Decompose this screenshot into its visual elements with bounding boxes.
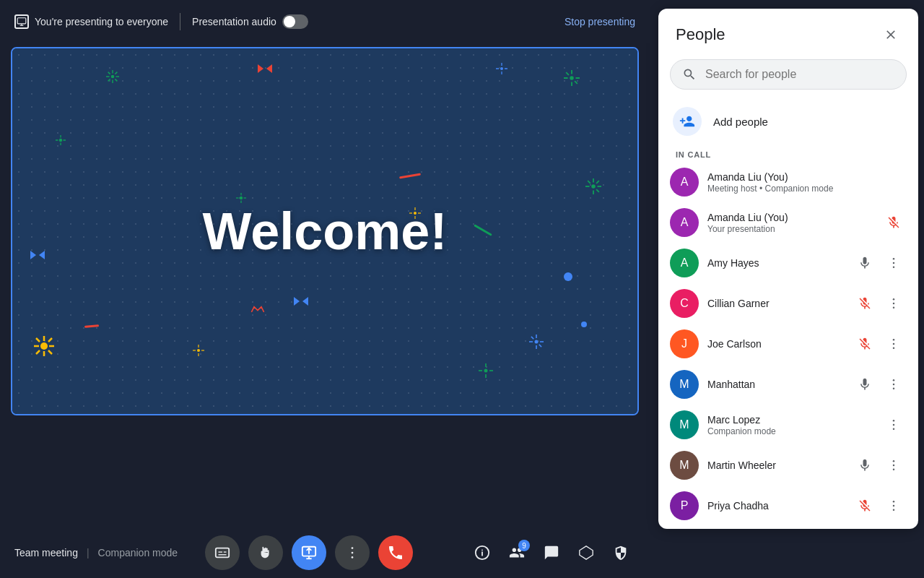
svg-line-35 [48, 338, 52, 342]
search-box [670, 59, 907, 90]
participant-mic-button[interactable] [852, 371, 878, 397]
svg-point-103 [893, 379, 895, 381]
presenting-status: You're presenting to everyone [14, 14, 168, 29]
present-screen-button[interactable] [292, 535, 326, 570]
participant-info: Cillian Garner [707, 298, 843, 309]
participant-item: MManhattan [658, 364, 918, 405]
security-button[interactable] [606, 538, 635, 567]
audio-label: Presentation audio [192, 16, 276, 27]
svg-point-19 [570, 76, 574, 80]
svg-marker-18 [266, 64, 272, 73]
svg-rect-79 [216, 548, 229, 558]
people-panel: People Add people IN CALL AAmanda Liu (Y… [658, 9, 918, 529]
confetti-6 [34, 336, 54, 356]
participant-mic-button[interactable] [852, 331, 878, 357]
participant-name: Amanda Liu (You) [707, 212, 872, 223]
raise-hand-button[interactable] [248, 535, 283, 570]
svg-line-36 [36, 350, 40, 354]
avatar: P [670, 491, 699, 520]
svg-marker-26 [30, 251, 36, 259]
welcome-text: Welcome! [203, 202, 448, 261]
participant-item: PPriya Chadha [658, 486, 918, 526]
confetti-9 [294, 297, 308, 306]
svg-point-99 [893, 307, 895, 309]
svg-line-34 [48, 350, 52, 354]
in-call-label: IN CALL [658, 144, 918, 162]
close-panel-button[interactable] [878, 22, 904, 48]
svg-marker-27 [39, 251, 45, 259]
svg-point-102 [893, 348, 895, 350]
top-bar: You're presenting to everyone Presentati… [0, 0, 650, 43]
participant-name: Cillian Garner [707, 298, 843, 309]
activities-button[interactable] [572, 538, 601, 567]
participant-mic-button[interactable] [852, 250, 878, 276]
info-button[interactable] [468, 538, 497, 567]
participant-sub: Companion mode [707, 426, 872, 436]
participant-name: Joe Carlson [707, 338, 843, 350]
captions-button[interactable] [205, 535, 240, 570]
svg-marker-17 [258, 64, 263, 73]
svg-point-45 [535, 340, 539, 344]
participant-name: Priya Chadha [707, 500, 843, 512]
participant-sub: Your presentation [707, 224, 872, 234]
svg-point-28 [40, 342, 48, 350]
svg-line-51 [539, 345, 541, 347]
svg-point-37 [591, 184, 596, 189]
svg-point-92 [481, 549, 483, 551]
more-options-button[interactable] [335, 535, 370, 570]
participant-item: CCillian Garner [658, 283, 918, 324]
svg-line-10 [115, 72, 117, 74]
svg-point-109 [893, 460, 895, 462]
participant-mic-button[interactable] [852, 290, 878, 316]
svg-marker-53 [302, 297, 308, 306]
audio-toggle[interactable] [282, 14, 308, 29]
participant-sub: Meeting host • Companion mode [707, 184, 898, 194]
participant-item: AAmanda Liu (You)Your presentation [658, 202, 918, 243]
end-call-button[interactable] [378, 535, 413, 570]
participant-info: Amy Hayes [707, 257, 843, 269]
panel-header: People [658, 9, 918, 56]
divider-pipe: | [87, 547, 90, 558]
participant-info: Marc LopezCompanion mode [707, 414, 872, 436]
participant-more-button[interactable] [881, 290, 907, 316]
companion-mode-label: Companion mode [98, 547, 178, 558]
add-people-button[interactable]: Add people [658, 98, 918, 144]
avatar: C [670, 289, 699, 318]
confetti-20 [250, 306, 265, 313]
svg-line-33 [36, 338, 40, 342]
participant-mic-button[interactable] [852, 493, 878, 519]
confetti-14 [474, 224, 492, 236]
svg-point-94 [893, 258, 895, 260]
confetti-17 [564, 272, 572, 281]
participant-more-button[interactable] [881, 493, 907, 519]
svg-point-87 [352, 547, 354, 549]
participant-info: Priya Chadha [707, 500, 843, 512]
confetti-12 [399, 173, 421, 178]
participant-more-button[interactable] [881, 412, 907, 438]
chat-button[interactable] [537, 538, 566, 567]
confetti-3 [258, 64, 272, 73]
participant-more-button[interactable] [881, 250, 907, 276]
bottom-bar: Team meeting | Companion mode [0, 527, 650, 578]
svg-line-9 [115, 79, 117, 81]
people-button[interactable]: 9 [502, 538, 531, 567]
search-input[interactable] [705, 68, 894, 81]
svg-point-105 [893, 388, 895, 390]
participant-more-button[interactable] [881, 371, 907, 397]
participant-more-button[interactable] [881, 331, 907, 357]
confetti-15 [479, 363, 493, 378]
participant-mic-button[interactable] [881, 210, 907, 236]
stop-presenting-button[interactable]: Stop presenting [565, 16, 635, 27]
presenting-label: You're presenting to everyone [35, 16, 168, 27]
divider [180, 13, 180, 30]
confetti-2 [496, 63, 507, 74]
svg-point-101 [893, 343, 895, 345]
svg-point-111 [893, 469, 895, 471]
people-count-badge: 9 [518, 540, 530, 551]
participant-more-button[interactable] [881, 452, 907, 478]
participant-mic-button[interactable] [852, 452, 878, 478]
bottom-right-controls: 9 [468, 538, 635, 567]
svg-point-110 [893, 465, 895, 467]
search-icon [682, 67, 697, 82]
avatar: M [670, 451, 699, 480]
